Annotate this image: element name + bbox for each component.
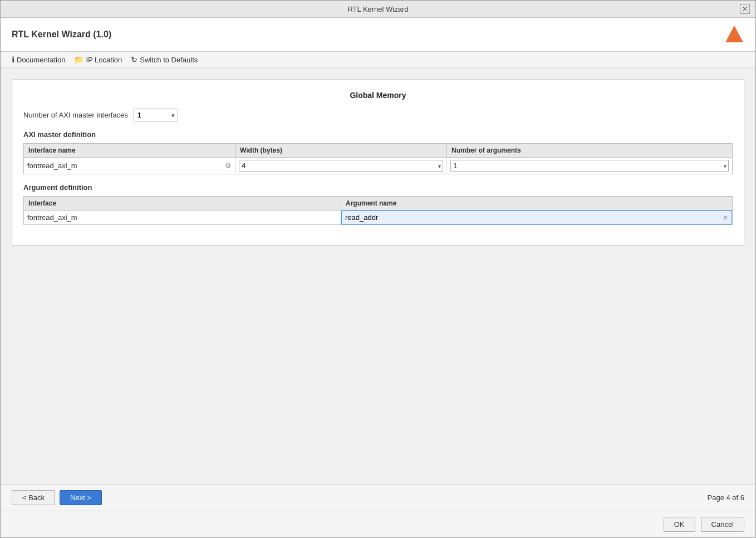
num-axi-select[interactable]: 1 2 3	[134, 109, 178, 121]
arg-interface-value: fontread_axi_m	[27, 213, 77, 222]
axi-num-args-cell: 1 2 3	[447, 158, 732, 174]
nav-buttons: < Back Next >	[12, 490, 102, 505]
panel-title: Global Memory	[23, 91, 733, 100]
num-args-select[interactable]: 1 2 3	[450, 160, 729, 172]
axi-master-section-title: AXI master definition	[23, 130, 733, 139]
close-button[interactable]: ✕	[740, 4, 750, 14]
arg-name-cell[interactable]: ✕	[341, 211, 732, 224]
refresh-icon: ↻	[131, 55, 138, 64]
width-select-wrapper: 4 8 16 32 64	[239, 160, 443, 172]
num-axi-select-wrapper: 1 2 3	[134, 109, 178, 121]
nav-footer: < Back Next > Page 4 of 6	[1, 484, 755, 511]
axi-col-num-args: Number of arguments	[447, 144, 732, 157]
global-memory-panel: Global Memory Number of AXI master inter…	[12, 79, 744, 246]
arg-interface-cell: fontread_axi_m	[24, 211, 341, 224]
toolbar: ℹ Documentation 📁 IP Location ↻ Switch t…	[1, 52, 755, 68]
svg-marker-0	[725, 26, 743, 42]
wizard-header: RTL Kernel Wizard (1.0)	[1, 18, 755, 52]
axi-master-row: fontread_axi_m ⚙ 4 8 16 32 64	[24, 158, 732, 174]
switch-defaults-link[interactable]: ↻ Switch to Defaults	[131, 55, 198, 64]
arg-name-input[interactable]	[345, 213, 720, 222]
axi-interface-name-cell: fontread_axi_m ⚙	[24, 158, 235, 174]
axi-master-table-header: Interface name Width (bytes) Number of a…	[24, 144, 732, 158]
folder-icon: 📁	[74, 55, 84, 64]
arg-section-title: Argument definition	[23, 183, 733, 192]
arg-row: fontread_axi_m ✕	[24, 211, 732, 224]
width-select[interactable]: 4 8 16 32 64	[239, 160, 443, 172]
ip-location-link[interactable]: 📁 IP Location	[74, 55, 122, 64]
arg-col-name: Argument name	[341, 197, 732, 210]
back-button[interactable]: < Back	[12, 490, 55, 505]
ok-button[interactable]: OK	[664, 517, 695, 532]
arg-name-input-wrapper: ✕	[345, 213, 728, 222]
main-window: RTL Kernel Wizard ✕ RTL Kernel Wizard (1…	[0, 0, 756, 538]
num-axi-field-row: Number of AXI master interfaces 1 2 3	[23, 109, 733, 121]
wizard-title: RTL Kernel Wizard (1.0)	[12, 30, 111, 40]
arg-table-header: Interface Argument name	[24, 197, 732, 211]
ip-location-label: IP Location	[86, 56, 122, 64]
content-area: Global Memory Number of AXI master inter…	[1, 68, 755, 484]
documentation-label: Documentation	[17, 56, 65, 64]
page-info: Page 4 of 6	[708, 493, 745, 502]
axi-col-width: Width (bytes)	[235, 144, 447, 157]
title-bar: RTL Kernel Wizard ✕	[1, 1, 755, 18]
next-button[interactable]: Next >	[60, 490, 102, 505]
documentation-link[interactable]: ℹ Documentation	[12, 55, 65, 64]
info-icon: ℹ	[12, 55, 14, 64]
window-title: RTL Kernel Wizard	[254, 5, 502, 13]
switch-defaults-label: Switch to Defaults	[140, 56, 198, 64]
axi-interface-name-value: fontread_axi_m	[27, 162, 77, 170]
num-axi-label: Number of AXI master interfaces	[23, 111, 128, 119]
gear-icon[interactable]: ⚙	[225, 162, 232, 170]
clear-icon[interactable]: ✕	[723, 214, 728, 222]
num-args-select-wrapper: 1 2 3	[450, 160, 729, 172]
bottom-footer: OK Cancel	[1, 511, 755, 537]
arg-table: Interface Argument name fontread_axi_m ✕	[23, 196, 733, 225]
xilinx-logo	[724, 25, 744, 45]
cancel-button[interactable]: Cancel	[701, 517, 744, 532]
axi-master-table: Interface name Width (bytes) Number of a…	[23, 143, 733, 174]
axi-width-cell: 4 8 16 32 64	[235, 158, 447, 174]
arg-col-interface: Interface	[24, 197, 341, 210]
axi-col-interface-name: Interface name	[24, 144, 235, 157]
